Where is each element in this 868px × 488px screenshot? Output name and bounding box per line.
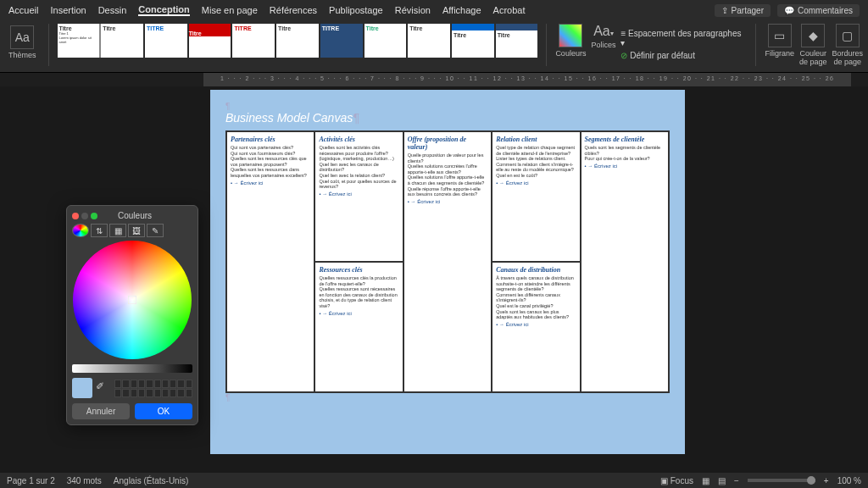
tab-dessin[interactable]: Dessin [98,5,127,15]
fonts-button[interactable]: Aa▾Polices [591,24,615,49]
themes-button[interactable]: Aa Thèmes [5,24,40,61]
cell-resources[interactable]: Ressources clésQuelles ressources clés l… [314,262,403,392]
share-button[interactable]: ⇪Partager [715,4,771,17]
maximize-icon[interactable] [91,213,97,219]
ok-button[interactable]: OK [135,403,192,419]
tab-affichage[interactable]: Affichage [442,5,481,15]
watermark-button[interactable]: ▭Filigrane [765,24,794,58]
tab-accueil[interactable]: Accueil [8,5,38,15]
paragraph-spacing-button[interactable]: ≡ Espacement des paragraphes ▾ [620,29,747,47]
cell-segments[interactable]: Segments de clientèleQuels sont les segm… [581,131,669,392]
page-indicator[interactable]: Page 1 sur 2 [7,476,55,485]
zoom-in-button[interactable]: + [824,476,829,485]
chevron-down-icon: ▾ [620,38,625,47]
brightness-slider[interactable] [72,364,192,373]
view-web-button[interactable]: ▤ [718,476,726,485]
cell-value[interactable]: Offre (proposition de valeur)Quelle prop… [403,131,492,392]
view-print-button[interactable]: ▦ [702,476,709,485]
style-item[interactable]: Titre [496,24,538,58]
check-icon: ⊘ [620,51,627,60]
zoom-slider[interactable] [748,479,815,482]
style-item[interactable]: Titre [189,24,231,58]
focus-mode-button[interactable]: ▣ Focus [660,476,693,485]
picker-tab-image[interactable]: 🖼 [128,224,145,237]
picker-tab-pencils[interactable]: ✎ [147,224,164,237]
set-default-button[interactable]: ⊘ Définir par défaut [620,51,747,60]
window-controls[interactable] [72,213,97,219]
tab-publipostage[interactable]: Publipostage [329,5,383,15]
watermark-icon: ▭ [768,24,792,47]
cell-activities[interactable]: Activités clésQuelles sont les activités… [314,131,403,262]
style-item[interactable]: TITRE [320,24,363,58]
minimize-icon[interactable] [81,213,88,219]
style-item[interactable]: Titre [101,24,143,58]
colors-button[interactable]: Couleurs [555,24,586,58]
language-indicator[interactable]: Anglais (États-Unis) [114,476,188,485]
cell-channels[interactable]: Canaux de distributionÀ travers quels ca… [492,262,580,392]
horizontal-ruler[interactable] [203,73,851,86]
eyedropper-button[interactable]: ✐ [96,380,111,396]
color-wheel[interactable] [73,241,192,359]
bmc-table: Partenaires clésQui sont vos partenaires… [225,130,670,393]
palette-icon [559,24,582,47]
style-item[interactable]: Titre [408,24,450,58]
comment-icon: 💬 [784,6,794,15]
share-icon: ⇪ [721,6,728,15]
zoom-level[interactable]: 100 % [837,476,861,485]
style-item[interactable]: Titre [452,24,494,58]
tab-acrobat[interactable]: Acrobat [493,5,526,15]
border-icon: ▢ [836,24,860,47]
ribbon: Aa Thèmes TitreTitre 1Lorem ipsum dolor … [0,20,868,73]
dialog-title: Couleurs [118,211,152,220]
tab-conception[interactable]: Conception [138,4,190,16]
cell-partners[interactable]: Partenaires clésQui sont vos partenaires… [226,131,314,392]
style-item[interactable]: Titre [276,24,319,58]
bucket-icon: ◆ [801,24,825,47]
document-workspace: ¶ Business Model Canvas¶ Partenaires clé… [0,86,868,473]
style-item[interactable]: TitreTitre 1Lorem ipsum dolor sit amet [58,24,100,58]
style-item[interactable]: TITRE [145,24,187,58]
tab-revision[interactable]: Révision [395,5,431,15]
tab-insertion[interactable]: Insertion [50,5,86,15]
style-item[interactable]: TITRE [232,24,275,58]
picker-tab-wheel[interactable] [72,224,89,237]
current-color-swatch[interactable] [72,378,92,398]
crosshair-icon [128,296,136,304]
page-borders-button[interactable]: ▢Bordures de page [832,24,863,66]
status-bar: Page 1 sur 2 340 mots Anglais (États-Uni… [0,473,868,488]
close-icon[interactable] [72,213,79,219]
picker-tab-palette[interactable]: ▦ [109,224,126,237]
tab-mise-en-page[interactable]: Mise en page [202,5,258,15]
saved-swatches[interactable] [114,380,192,397]
cell-relation[interactable]: Relation clientQuel type de relation cha… [492,131,580,262]
tab-references[interactable]: Références [270,5,317,15]
style-item[interactable]: Titre [364,24,407,58]
style-gallery[interactable]: TitreTitre 1Lorem ipsum dolor sit amet T… [58,24,538,58]
page-color-button[interactable]: ◆Couleur de page [799,24,827,66]
cancel-button[interactable]: Annuler [72,403,130,419]
color-picker-dialog: Couleurs ⇅ ▦ 🖼 ✎ ✐ Annuler OK [66,205,198,425]
document-page[interactable]: ¶ Business Model Canvas¶ Partenaires clé… [210,90,685,454]
ribbon-tabs: Accueil Insertion Dessin Conception Mise… [0,0,868,20]
picker-tab-sliders[interactable]: ⇅ [91,224,108,237]
spacing-icon: ≡ [620,29,626,38]
word-count[interactable]: 340 mots [67,476,102,485]
page-title[interactable]: Business Model Canvas¶ [225,111,670,125]
themes-icon: Aa [10,25,34,49]
zoom-out-button[interactable]: − [734,476,739,485]
comments-button[interactable]: 💬Commentaires [777,4,860,17]
